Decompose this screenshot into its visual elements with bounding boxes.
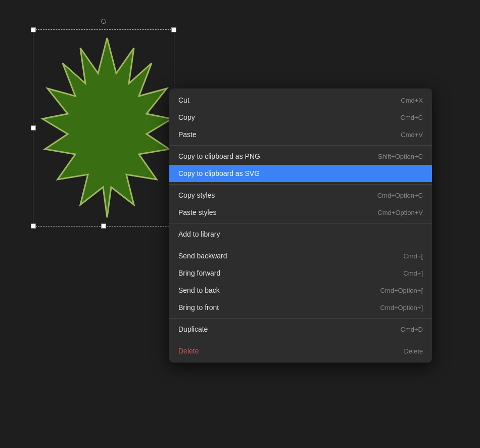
- menu-item-label-send-back: Send to back: [178, 286, 220, 294]
- menu-divider-4: [169, 318, 432, 319]
- menu-divider-5: [169, 340, 432, 340]
- menu-item-label-duplicate: Duplicate: [178, 325, 208, 333]
- menu-item-shortcut-paste-styles: Cmd+Option+V: [377, 209, 423, 216]
- menu-item-shortcut-delete: Delete: [404, 347, 423, 355]
- menu-item-label-copy: Copy: [178, 113, 195, 121]
- menu-item-label-bring-forward: Bring forward: [178, 269, 220, 277]
- menu-item-shortcut-cut: Cmd+X: [401, 97, 423, 104]
- menu-item-shortcut-paste: Cmd+V: [401, 131, 423, 139]
- menu-item-copy-png[interactable]: Copy to clipboard as PNG Shift+Option+C: [169, 148, 432, 165]
- menu-item-label-copy-svg: Copy to clipboard as SVG: [178, 169, 260, 177]
- handle-middle-left[interactable]: [31, 125, 36, 130]
- menu-item-shortcut-bring-front: Cmd+Option+]: [380, 304, 423, 311]
- menu-item-bring-forward[interactable]: Bring forward Cmd+]: [169, 264, 432, 282]
- menu-item-paste[interactable]: Paste Cmd+V: [169, 126, 432, 143]
- selection-box: [33, 29, 174, 227]
- menu-item-paste-styles[interactable]: Paste styles Cmd+Option+V: [169, 204, 432, 221]
- menu-item-label-copy-png: Copy to clipboard as PNG: [178, 152, 260, 160]
- menu-item-shortcut-send-back: Cmd+Option+[: [380, 287, 423, 294]
- menu-divider-1: [169, 184, 432, 185]
- menu-item-shortcut-copy: Cmd+C: [401, 114, 423, 121]
- menu-item-label-cut: Cut: [178, 96, 189, 104]
- menu-item-copy-styles[interactable]: Copy styles Cmd+Option+C: [169, 187, 432, 204]
- menu-item-bring-front[interactable]: Bring to front Cmd+Option+]: [169, 299, 432, 316]
- menu-divider-0: [169, 145, 432, 146]
- menu-item-send-back[interactable]: Send to back Cmd+Option+[: [169, 282, 432, 299]
- menu-item-label-copy-styles: Copy styles: [178, 191, 215, 199]
- menu-item-label-send-backward: Send backward: [178, 252, 227, 260]
- menu-item-label-add-library: Add to library: [178, 230, 220, 238]
- handle-bottom-middle[interactable]: [101, 223, 106, 229]
- menu-item-copy-svg[interactable]: Copy to clipboard as SVG: [169, 165, 432, 182]
- menu-item-shortcut-duplicate: Cmd+D: [401, 326, 423, 333]
- menu-item-shortcut-copy-png: Shift+Option+C: [378, 153, 423, 160]
- menu-item-delete[interactable]: Delete Delete: [169, 342, 432, 360]
- menu-item-shortcut-bring-forward: Cmd+]: [403, 270, 423, 277]
- handle-bottom-left[interactable]: [31, 223, 36, 229]
- canvas: Cut Cmd+X Copy Cmd+C Paste Cmd+V Copy to…: [0, 0, 480, 448]
- menu-item-label-bring-front: Bring to front: [178, 303, 219, 311]
- menu-item-send-backward[interactable]: Send backward Cmd+[: [169, 247, 432, 264]
- menu-item-duplicate[interactable]: Duplicate Cmd+D: [169, 321, 432, 338]
- menu-item-label-paste-styles: Paste styles: [178, 208, 216, 216]
- menu-item-shortcut-send-backward: Cmd+[: [403, 252, 423, 260]
- handle-top-left[interactable]: [31, 27, 36, 32]
- context-menu: Cut Cmd+X Copy Cmd+C Paste Cmd+V Copy to…: [169, 88, 432, 363]
- menu-item-shortcut-copy-styles: Cmd+Option+C: [377, 192, 423, 199]
- menu-item-label-delete: Delete: [178, 347, 199, 355]
- menu-divider-2: [169, 223, 432, 223]
- menu-item-add-library[interactable]: Add to library: [169, 226, 432, 243]
- menu-item-cut[interactable]: Cut Cmd+X: [169, 92, 432, 109]
- rotate-handle[interactable]: [101, 19, 106, 24]
- menu-divider-3: [169, 245, 432, 245]
- menu-item-label-paste: Paste: [178, 130, 197, 139]
- handle-top-right[interactable]: [171, 27, 176, 32]
- menu-item-copy[interactable]: Copy Cmd+C: [169, 109, 432, 126]
